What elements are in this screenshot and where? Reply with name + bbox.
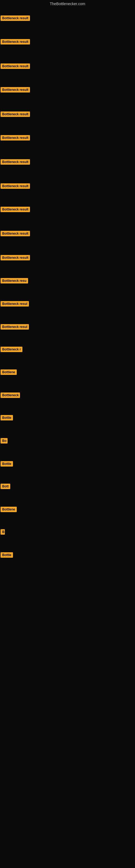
- badge-row-15: Bottleneck r: [1, 347, 22, 353]
- bottleneck-badge-21[interactable]: Bott: [1, 484, 10, 489]
- badge-row-16: Bottlene: [1, 369, 17, 376]
- bottleneck-badge-20[interactable]: Bottle: [1, 461, 13, 467]
- badge-row-13: Bottleneck resul: [1, 301, 29, 308]
- badge-row-7: Bottleneck result: [1, 159, 30, 166]
- bottleneck-badge-13[interactable]: Bottleneck resul: [1, 301, 29, 307]
- badge-row-6: Bottleneck result: [1, 135, 30, 142]
- badge-row-18: Bottle: [1, 415, 13, 422]
- bottleneck-badge-4[interactable]: Bottleneck result: [1, 87, 30, 93]
- badge-row-1: Bottleneck result: [1, 16, 30, 22]
- bottleneck-badge-22[interactable]: Bottlene: [1, 507, 17, 512]
- badge-row-14: Bottleneck resul: [1, 324, 29, 331]
- bottleneck-badge-12[interactable]: Bottleneck resu: [1, 278, 28, 283]
- bottleneck-badge-3[interactable]: Bottleneck result: [1, 63, 30, 69]
- bottleneck-badge-2[interactable]: Bottleneck result: [1, 39, 30, 44]
- bottleneck-badge-1[interactable]: Bottleneck result: [1, 16, 30, 21]
- site-title: TheBottlenecker.com: [0, 0, 135, 7]
- bottleneck-badge-6[interactable]: Bottleneck result: [1, 135, 30, 141]
- badge-row-17: Bottleneck: [1, 393, 20, 399]
- bottleneck-badge-23[interactable]: B: [1, 529, 5, 535]
- badge-row-23: B: [1, 529, 5, 536]
- badge-row-5: Bottleneck result: [1, 112, 30, 118]
- badge-row-3: Bottleneck result: [1, 63, 30, 70]
- badge-row-11: Bottleneck result: [1, 255, 30, 261]
- badge-row-19: Bo: [1, 438, 8, 444]
- bottleneck-badge-17[interactable]: Bottleneck: [1, 393, 20, 398]
- bottleneck-badge-10[interactable]: Bottleneck result: [1, 231, 30, 236]
- badge-row-24: Bottle: [1, 552, 13, 559]
- bottleneck-badge-8[interactable]: Bottleneck result: [1, 183, 30, 189]
- bottleneck-badge-14[interactable]: Bottleneck resul: [1, 324, 29, 330]
- bottleneck-badge-5[interactable]: Bottleneck result: [1, 112, 30, 117]
- bottleneck-badge-15[interactable]: Bottleneck r: [1, 347, 22, 352]
- bottleneck-badge-7[interactable]: Bottleneck result: [1, 159, 30, 165]
- bottleneck-badge-16[interactable]: Bottlene: [1, 369, 17, 375]
- site-header: TheBottlenecker.com: [0, 0, 135, 7]
- bottleneck-badge-11[interactable]: Bottleneck result: [1, 255, 30, 260]
- bottleneck-badge-18[interactable]: Bottle: [1, 415, 13, 421]
- bottleneck-badge-19[interactable]: Bo: [1, 438, 8, 443]
- bottleneck-badge-9[interactable]: Bottleneck result: [1, 207, 30, 212]
- badge-row-4: Bottleneck result: [1, 87, 30, 94]
- badge-row-10: Bottleneck result: [1, 231, 30, 237]
- bottleneck-badge-24[interactable]: Bottle: [1, 552, 13, 558]
- badge-row-12: Bottleneck resu: [1, 278, 28, 284]
- badge-row-8: Bottleneck result: [1, 183, 30, 190]
- badge-row-22: Bottlene: [1, 507, 17, 513]
- badge-row-20: Bottle: [1, 461, 13, 468]
- badge-row-2: Bottleneck result: [1, 39, 30, 45]
- badge-row-21: Bott: [1, 484, 10, 490]
- badge-row-9: Bottleneck result: [1, 207, 30, 213]
